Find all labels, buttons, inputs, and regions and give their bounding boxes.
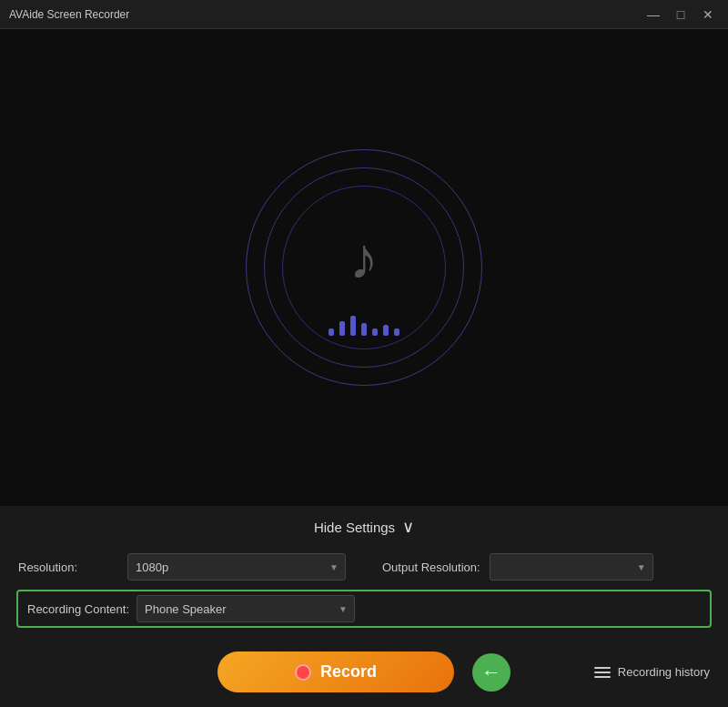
history-line-3 — [594, 676, 611, 678]
eq-bar-7 — [394, 328, 399, 336]
eq-bar-4 — [361, 323, 367, 336]
settings-area: Hide Settings ∨ Resolution: 1080p 720p 1… — [0, 506, 728, 641]
recording-content-select-wrapper: Phone Speaker System Audio Microphone — [136, 595, 355, 622]
eq-bar-2 — [339, 321, 345, 336]
output-resolution-section: Output Resolution: — [382, 553, 653, 581]
visual-area: ♪ — [0, 29, 728, 506]
eq-bar-6 — [383, 325, 389, 336]
record-button-label: Record — [320, 662, 377, 682]
resolution-row: Resolution: 1080p 720p 1440p 4K Output R… — [0, 548, 728, 586]
arrow-circle: ← — [472, 653, 511, 692]
hide-settings-row[interactable]: Hide Settings ∨ — [0, 506, 728, 548]
recording-content-row: Recording Content: Phone Speaker System … — [16, 590, 712, 628]
output-resolution-select-wrapper — [490, 553, 653, 581]
resolution-select[interactable]: 1080p 720p 1440p 4K — [127, 553, 346, 581]
app-title: AVAide Screen Recorder — [9, 8, 129, 21]
title-bar-controls: — □ ✕ — [642, 5, 719, 24]
history-icon — [594, 667, 611, 678]
recording-history-button[interactable]: Recording history — [594, 665, 710, 679]
eq-bar-5 — [372, 328, 378, 336]
record-button[interactable]: Record — [217, 651, 454, 692]
equalizer-bars — [329, 316, 399, 336]
resolution-select-wrapper: 1080p 720p 1440p 4K — [127, 553, 346, 581]
output-resolution-select[interactable] — [490, 553, 653, 581]
title-bar: AVAide Screen Recorder — □ ✕ — [0, 0, 728, 29]
minimize-button[interactable]: — — [642, 5, 664, 24]
record-dot-icon — [295, 664, 311, 681]
main-content: ♪ Hide Settings ∨ Resolution: — [0, 29, 728, 707]
close-button[interactable]: ✕ — [697, 5, 719, 24]
history-line-1 — [594, 667, 611, 669]
music-icon: ♪ — [349, 229, 379, 288]
chevron-down-icon: ∨ — [402, 517, 414, 537]
recording-content-select[interactable]: Phone Speaker System Audio Microphone — [136, 595, 355, 622]
maximize-button[interactable]: □ — [670, 5, 692, 24]
bottom-bar: Record ← Recording history — [0, 641, 728, 707]
eq-bar-1 — [329, 328, 334, 336]
arrow-left-icon: ← — [481, 661, 501, 684]
output-resolution-label: Output Resolution: — [382, 561, 480, 574]
music-note-icon: ♪ — [349, 229, 379, 288]
eq-bar-3 — [350, 316, 356, 336]
history-line-2 — [594, 672, 611, 673]
resolution-label: Resolution: — [18, 561, 118, 574]
music-visualization: ♪ — [246, 149, 482, 386]
recording-content-label: Recording Content: — [27, 602, 136, 616]
recording-history-label: Recording history — [618, 665, 710, 679]
arrow-container: ← — [472, 653, 511, 692]
hide-settings-label: Hide Settings — [314, 520, 395, 535]
title-bar-left: AVAide Screen Recorder — [9, 8, 129, 21]
